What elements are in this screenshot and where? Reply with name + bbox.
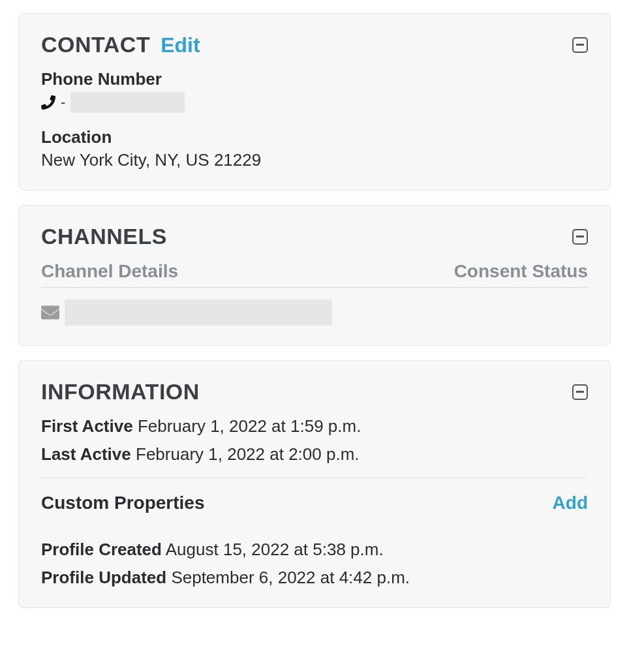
edit-contact-link[interactable]: Edit — [161, 33, 200, 57]
profile-created-line: Profile Created August 15, 2022 at 5:38 … — [41, 540, 588, 560]
contact-panel: CONTACT Edit Phone Number - Location New… — [18, 13, 611, 191]
location-label: Location — [41, 127, 588, 147]
collapse-icon[interactable] — [572, 384, 588, 400]
channel-details-header: Channel Details — [41, 261, 178, 282]
divider — [41, 478, 588, 478]
phone-field: Phone Number - — [41, 69, 588, 113]
phone-icon — [41, 95, 55, 110]
first-active-line: First Active February 1, 2022 at 1:59 p.… — [41, 416, 588, 436]
consent-status-header: Consent Status — [454, 261, 588, 282]
information-panel-header: INFORMATION — [41, 379, 588, 405]
mail-icon — [41, 305, 59, 320]
profile-updated-value: September 6, 2022 at 4:42 p.m. — [171, 568, 410, 587]
channels-panel-header: CHANNELS — [41, 224, 588, 249]
contact-title-group: CONTACT Edit — [41, 32, 200, 57]
channels-title-group: CHANNELS — [41, 224, 167, 249]
channels-panel: CHANNELS Channel Details Consent Status — [18, 205, 611, 346]
collapse-icon[interactable] — [572, 229, 588, 245]
profile-created-label: Profile Created — [41, 540, 162, 559]
information-title: INFORMATION — [41, 379, 200, 405]
first-active-value: February 1, 2022 at 1:59 p.m. — [138, 416, 361, 436]
information-title-group: INFORMATION — [41, 379, 200, 405]
custom-properties-label: Custom Properties — [41, 493, 205, 513]
custom-properties-row: Custom Properties Add — [41, 493, 588, 513]
contact-panel-header: CONTACT Edit — [41, 32, 588, 57]
phone-separator: - — [61, 94, 65, 111]
phone-row: - — [41, 92, 588, 113]
location-value: New York City, NY, US 21229 — [41, 150, 588, 170]
add-custom-property-link[interactable]: Add — [553, 493, 588, 513]
channels-title: CHANNELS — [41, 224, 167, 249]
information-panel: INFORMATION First Active February 1, 202… — [18, 360, 611, 608]
phone-label: Phone Number — [41, 69, 588, 89]
phone-value-redacted — [70, 92, 185, 113]
profile-updated-label: Profile Updated — [41, 568, 166, 587]
last-active-line: Last Active February 1, 2022 at 2:00 p.m… — [41, 444, 588, 465]
channel-row — [41, 299, 588, 326]
profile-updated-line: Profile Updated September 6, 2022 at 4:4… — [41, 568, 588, 588]
first-active-label: First Active — [41, 416, 133, 436]
last-active-value: February 1, 2022 at 2:00 p.m. — [136, 444, 360, 464]
last-active-label: Last Active — [41, 444, 131, 464]
profile-created-value: August 15, 2022 at 5:38 p.m. — [166, 540, 384, 559]
channels-columns: Channel Details Consent Status — [41, 261, 588, 288]
contact-title: CONTACT — [41, 32, 150, 57]
email-value-redacted — [65, 299, 332, 326]
location-field: Location New York City, NY, US 21229 — [41, 127, 588, 170]
collapse-icon[interactable] — [572, 37, 588, 53]
